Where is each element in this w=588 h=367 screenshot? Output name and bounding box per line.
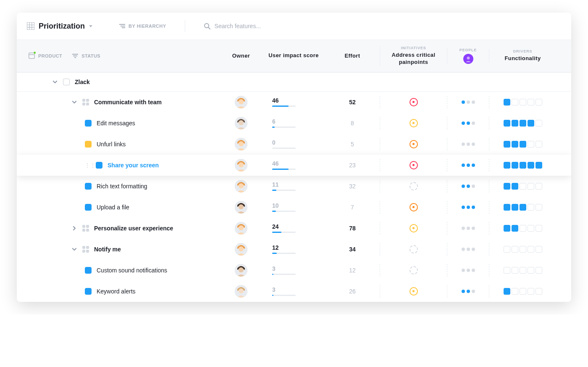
svg-point-21	[239, 141, 244, 146]
chevron-down-icon[interactable]	[71, 101, 77, 103]
initiative-empty-icon	[410, 266, 418, 275]
col-effort[interactable]: Effort	[325, 53, 380, 59]
col-owner[interactable]: Owner	[220, 53, 262, 59]
feature-row[interactable]: Keyword alerts326	[17, 281, 571, 302]
owner-avatar[interactable]	[235, 96, 247, 108]
initiative-cell[interactable]	[380, 222, 447, 235]
impact-cell[interactable]: 46	[262, 97, 325, 107]
people-cell[interactable]	[447, 264, 489, 277]
owner-avatar[interactable]	[235, 201, 247, 214]
initiative-cell[interactable]	[380, 96, 447, 108]
effort-cell[interactable]: 52	[325, 99, 380, 106]
impact-cell[interactable]: 24	[262, 223, 325, 233]
driver-cell[interactable]	[489, 138, 556, 150]
driver-cell[interactable]	[489, 96, 556, 108]
chevron-down-icon[interactable]	[71, 248, 77, 251]
feature-row[interactable]: ⋮⋮Share your screen4623	[17, 155, 571, 176]
column-headers: PRODUCT STATUS Owner User impact score E…	[17, 40, 571, 72]
feature-row[interactable]: Upload a file107	[17, 197, 571, 218]
effort-cell[interactable]: 26	[325, 288, 380, 295]
driver-cell[interactable]	[489, 159, 556, 172]
search-icon	[204, 23, 210, 29]
owner-avatar[interactable]	[235, 159, 247, 172]
chevron-right-icon[interactable]	[71, 226, 77, 230]
group-row[interactable]: Communicate with team4652	[17, 92, 571, 113]
col-impact[interactable]: User impact score	[262, 52, 325, 59]
driver-cell[interactable]	[489, 222, 556, 235]
owner-avatar[interactable]	[235, 117, 247, 129]
col-initiatives[interactable]: INITIATIVES Address critical painpoints	[380, 46, 447, 66]
initiative-cell[interactable]	[380, 264, 447, 277]
effort-cell[interactable]: 78	[325, 225, 380, 232]
impact-cell[interactable]: 12	[262, 244, 325, 254]
driver-cell[interactable]	[489, 201, 556, 214]
group-row[interactable]: Personalize user experience2478	[17, 218, 571, 239]
effort-cell[interactable]: 5	[325, 141, 380, 148]
search-input[interactable]: Search features...	[204, 23, 561, 29]
impact-cell[interactable]: 0	[262, 139, 325, 149]
effort-cell[interactable]: 34	[325, 246, 380, 253]
driver-box	[520, 141, 526, 148]
people-cell[interactable]	[447, 243, 489, 256]
driver-cell[interactable]	[489, 264, 556, 277]
initiative-cell[interactable]	[380, 117, 447, 129]
initiative-cell[interactable]	[380, 138, 447, 150]
drag-handle-icon[interactable]: ⋮⋮	[85, 162, 91, 168]
driver-box	[504, 204, 510, 211]
impact-cell[interactable]: 11	[262, 181, 325, 191]
people-cell[interactable]	[447, 201, 489, 214]
effort-cell[interactable]: 12	[325, 267, 380, 274]
effort-cell[interactable]: 32	[325, 183, 380, 190]
group-row[interactable]: Notify me1234	[17, 239, 571, 260]
owner-avatar[interactable]	[235, 180, 247, 193]
effort-cell[interactable]: 23	[325, 162, 380, 169]
row-name: Custom sound notifications	[97, 267, 167, 274]
owner-avatar[interactable]	[235, 285, 247, 298]
status-filter[interactable]: STATUS	[72, 53, 100, 58]
people-cell[interactable]	[447, 285, 489, 298]
impact-cell[interactable]: 6	[262, 118, 325, 128]
sort-button[interactable]: BY HIERARCHY	[119, 24, 166, 29]
initiative-cell[interactable]	[380, 159, 447, 172]
driver-cell[interactable]	[489, 285, 556, 298]
feature-row[interactable]: Rich text formatting1132	[17, 176, 571, 197]
effort-cell[interactable]: 7	[325, 204, 380, 211]
feature-row[interactable]: Edit messages68	[17, 113, 571, 134]
people-cell[interactable]	[447, 222, 489, 235]
product-filter[interactable]: PRODUCT	[29, 53, 62, 59]
impact-cell[interactable]: 46	[262, 160, 325, 170]
owner-avatar[interactable]	[235, 138, 247, 150]
driver-box	[512, 141, 518, 148]
feature-row[interactable]: Custom sound notifications312	[17, 260, 571, 281]
driver-box	[512, 99, 518, 106]
col-people[interactable]: PEOPLE	[447, 48, 489, 64]
people-cell[interactable]	[447, 180, 489, 193]
initiative-cell[interactable]	[380, 243, 447, 256]
initiative-cell[interactable]	[380, 180, 447, 193]
initiative-cell[interactable]	[380, 201, 447, 214]
effort-cell[interactable]: 8	[325, 120, 380, 127]
owner-avatar[interactable]	[235, 264, 247, 277]
impact-cell[interactable]: 10	[262, 202, 325, 212]
owner-avatar[interactable]	[235, 243, 247, 256]
impact-cell[interactable]: 3	[262, 286, 325, 296]
driver-cell[interactable]	[489, 243, 556, 256]
owner-avatar[interactable]	[235, 222, 247, 235]
driver-box	[520, 246, 526, 253]
people-cell[interactable]	[447, 96, 489, 108]
chevron-down-icon[interactable]	[52, 81, 58, 83]
topbar: Prioritization BY HIERARCHY Search featu…	[17, 13, 571, 40]
people-cell[interactable]	[447, 117, 489, 129]
impact-cell[interactable]: 3	[262, 265, 325, 275]
product-row[interactable]: Zlack	[17, 72, 571, 92]
initiative-cell[interactable]	[380, 285, 447, 298]
driver-cell[interactable]	[489, 117, 556, 129]
feature-row[interactable]: Unfurl links05	[17, 134, 571, 155]
driver-cell[interactable]	[489, 180, 556, 193]
people-cell[interactable]	[447, 138, 489, 150]
driver-box	[512, 204, 518, 211]
col-drivers[interactable]: DRIVERS Functionality	[489, 49, 556, 62]
view-selector[interactable]: Prioritization	[27, 22, 92, 31]
initiative-yellow-icon	[410, 119, 418, 127]
people-cell[interactable]	[447, 159, 489, 172]
